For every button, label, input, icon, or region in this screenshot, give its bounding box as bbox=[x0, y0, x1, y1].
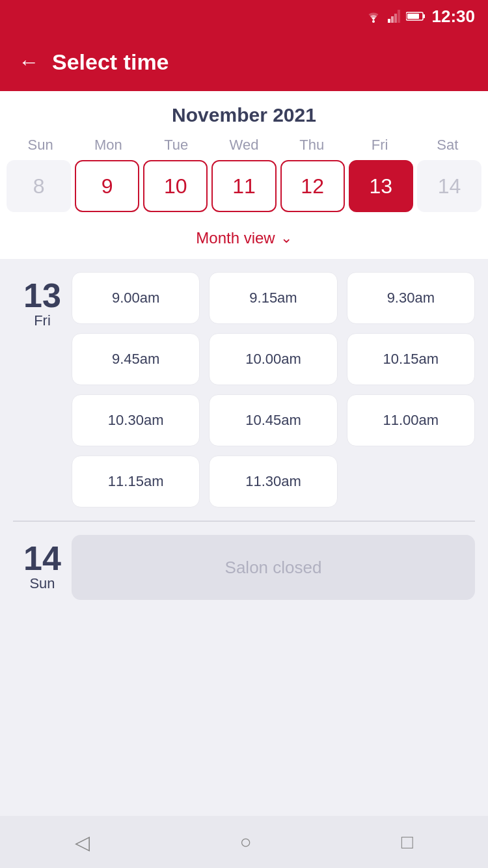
weekday-mon: Mon bbox=[74, 137, 142, 154]
date-8[interactable]: 8 bbox=[7, 160, 71, 212]
svg-point-0 bbox=[372, 20, 375, 23]
nav-home-icon[interactable]: ○ bbox=[239, 831, 251, 853]
day-13-slots: 9.00am 9.15am 9.30am 9.45am 10.00am 10.1… bbox=[72, 272, 475, 508]
slot-1100am[interactable]: 11.00am bbox=[347, 394, 475, 446]
weekday-headers: Sun Mon Tue Wed Thu Fri Sat bbox=[0, 137, 488, 154]
date-13[interactable]: 13 bbox=[349, 160, 413, 212]
dates-row: 8 9 10 11 12 13 14 bbox=[0, 160, 488, 212]
weekday-tue: Tue bbox=[142, 137, 210, 154]
svg-rect-4 bbox=[398, 10, 400, 23]
weekday-fri: Fri bbox=[346, 137, 413, 154]
status-time: 12:30 bbox=[432, 7, 476, 27]
weekday-sun: Sun bbox=[7, 137, 74, 154]
slot-1130am[interactable]: 11.30am bbox=[209, 455, 337, 508]
month-year-label: November 2021 bbox=[0, 104, 488, 126]
svg-rect-2 bbox=[391, 16, 394, 23]
svg-rect-3 bbox=[394, 14, 397, 23]
date-11[interactable]: 11 bbox=[211, 160, 276, 212]
chevron-down-icon: ⌄ bbox=[280, 230, 292, 247]
day-13-number: 13 bbox=[23, 278, 61, 312]
weekday-sat: Sat bbox=[414, 137, 481, 154]
weekday-wed: Wed bbox=[210, 137, 278, 154]
day-14-block: 14 Sun Salon closed bbox=[13, 535, 475, 600]
day-14-name: Sun bbox=[29, 575, 55, 592]
svg-rect-6 bbox=[423, 14, 425, 18]
nav-recent-icon[interactable]: □ bbox=[401, 831, 413, 853]
nav-back-icon[interactable]: ◁ bbox=[75, 831, 90, 854]
back-button[interactable]: ← bbox=[18, 51, 39, 72]
signal-icon bbox=[388, 10, 401, 23]
date-10[interactable]: 10 bbox=[143, 160, 208, 212]
svg-rect-7 bbox=[407, 14, 419, 19]
slot-1115am[interactable]: 11.15am bbox=[72, 455, 200, 508]
slot-930am[interactable]: 9.30am bbox=[347, 272, 475, 324]
day-13-name: Fri bbox=[34, 312, 51, 329]
month-view-toggle[interactable]: Month view ⌄ bbox=[0, 223, 488, 259]
day-13-label: 13 Fri bbox=[13, 272, 72, 508]
slot-900am[interactable]: 9.00am bbox=[72, 272, 200, 324]
day-14-label: 14 Sun bbox=[13, 535, 72, 600]
slot-1045am[interactable]: 10.45am bbox=[209, 394, 337, 446]
status-icons bbox=[364, 10, 426, 23]
slot-945am[interactable]: 9.45am bbox=[72, 333, 200, 385]
date-9[interactable]: 9 bbox=[75, 160, 139, 212]
page-title: Select time bbox=[52, 49, 169, 75]
slot-1015am[interactable]: 10.15am bbox=[347, 333, 475, 385]
app-header: ← Select time bbox=[0, 33, 488, 91]
slot-915am[interactable]: 9.15am bbox=[209, 272, 337, 324]
date-12[interactable]: 12 bbox=[280, 160, 345, 212]
wifi-icon bbox=[364, 10, 383, 23]
day-13-block: 13 Fri 9.00am 9.15am 9.30am 9.45am 10.00… bbox=[13, 272, 475, 508]
slot-1000am[interactable]: 10.00am bbox=[209, 333, 337, 385]
svg-rect-1 bbox=[388, 19, 390, 23]
day-separator bbox=[13, 521, 475, 522]
slots-section: 13 Fri 9.00am 9.15am 9.30am 9.45am 10.00… bbox=[0, 259, 488, 685]
status-bar: 12:30 bbox=[0, 0, 488, 33]
salon-closed-message: Salon closed bbox=[72, 535, 475, 600]
bottom-nav: ◁ ○ □ bbox=[0, 816, 488, 868]
month-view-label: Month view bbox=[196, 229, 275, 247]
day-14-number: 14 bbox=[23, 541, 61, 575]
battery-icon bbox=[406, 11, 426, 21]
weekday-thu: Thu bbox=[278, 137, 346, 154]
calendar-section: November 2021 Sun Mon Tue Wed Thu Fri Sa… bbox=[0, 91, 488, 259]
slot-1030am[interactable]: 10.30am bbox=[72, 394, 200, 446]
date-14[interactable]: 14 bbox=[417, 160, 481, 212]
